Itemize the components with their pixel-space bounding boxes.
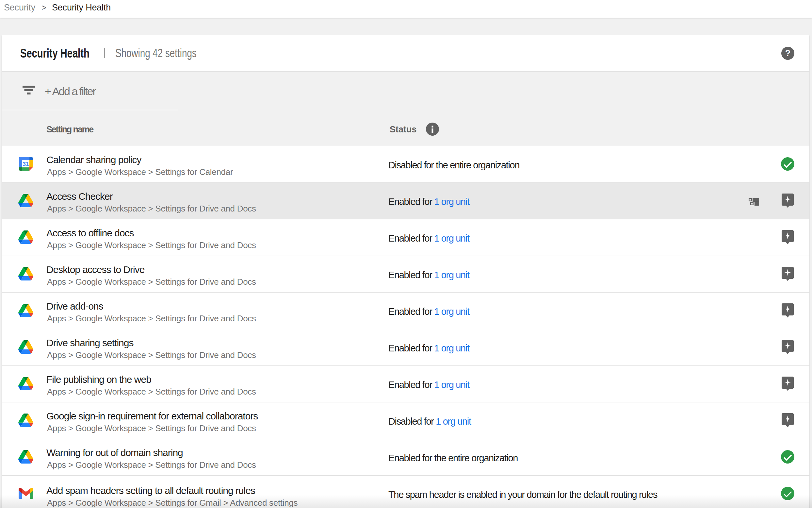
svg-text:31: 31 [22,161,30,167]
